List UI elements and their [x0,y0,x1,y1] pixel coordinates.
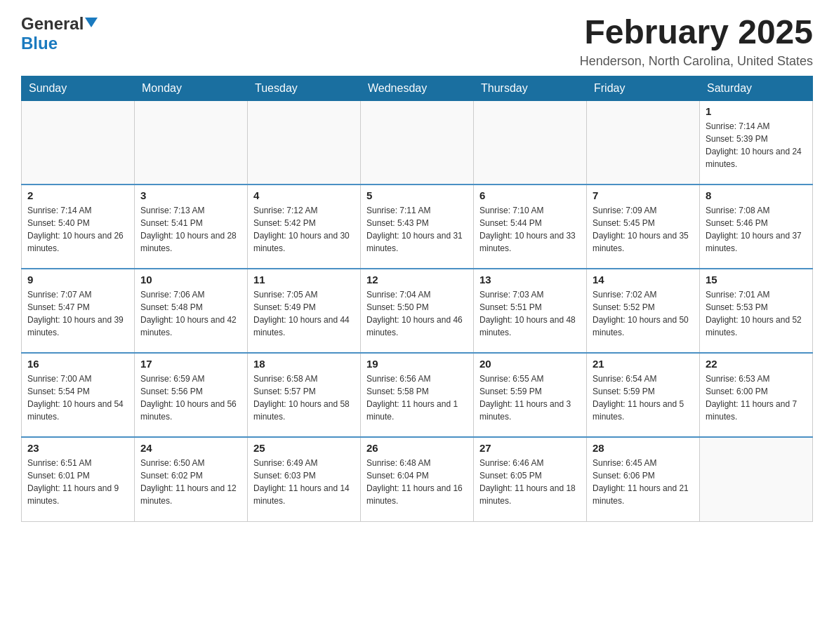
day-info: Sunrise: 7:12 AM Sunset: 5:42 PM Dayligh… [253,204,355,255]
calendar-cell [248,100,361,185]
day-info: Sunrise: 7:03 AM Sunset: 5:51 PM Dayligh… [479,288,581,339]
day-number: 10 [140,274,241,286]
calendar-cell: 1Sunrise: 7:14 AM Sunset: 5:39 PM Daylig… [700,100,813,185]
day-info: Sunrise: 7:04 AM Sunset: 5:50 PM Dayligh… [366,288,468,339]
calendar-cell: 19Sunrise: 6:56 AM Sunset: 5:58 PM Dayli… [361,353,474,437]
calendar-cell: 9Sunrise: 7:07 AM Sunset: 5:47 PM Daylig… [22,269,135,353]
calendar-cell [700,437,813,521]
day-number: 12 [366,274,468,286]
calendar-cell [22,100,135,185]
day-of-week-tuesday: Tuesday [248,76,361,100]
calendar-cell: 8Sunrise: 7:08 AM Sunset: 5:46 PM Daylig… [700,185,813,269]
calendar-cell: 17Sunrise: 6:59 AM Sunset: 5:56 PM Dayli… [135,353,248,437]
day-info: Sunrise: 6:46 AM Sunset: 6:05 PM Dayligh… [479,457,581,507]
calendar-cell: 22Sunrise: 6:53 AM Sunset: 6:00 PM Dayli… [700,353,813,437]
day-number: 11 [253,274,355,286]
day-number: 4 [253,189,355,201]
day-number: 25 [253,442,355,454]
day-number: 17 [140,358,241,370]
calendar-cell: 3Sunrise: 7:13 AM Sunset: 5:41 PM Daylig… [135,185,248,269]
day-of-week-wednesday: Wednesday [361,76,474,100]
day-number: 6 [479,189,581,201]
calendar-header-row: SundayMondayTuesdayWednesdayThursdayFrid… [22,76,813,100]
calendar-cell [135,100,248,185]
day-number: 7 [593,189,694,201]
calendar-cell: 27Sunrise: 6:46 AM Sunset: 6:05 PM Dayli… [474,437,587,521]
day-info: Sunrise: 7:01 AM Sunset: 5:53 PM Dayligh… [706,288,807,339]
day-number: 5 [366,189,468,201]
day-of-week-friday: Friday [587,76,700,100]
day-info: Sunrise: 7:14 AM Sunset: 5:39 PM Dayligh… [706,120,807,170]
calendar-week-row: 2Sunrise: 7:14 AM Sunset: 5:40 PM Daylig… [22,185,813,269]
calendar-cell: 13Sunrise: 7:03 AM Sunset: 5:51 PM Dayli… [474,269,587,353]
day-number: 26 [366,442,468,454]
day-info: Sunrise: 7:09 AM Sunset: 5:45 PM Dayligh… [593,204,694,255]
calendar-cell: 18Sunrise: 6:58 AM Sunset: 5:57 PM Dayli… [248,353,361,437]
day-number: 24 [140,442,241,454]
day-number: 15 [706,274,807,286]
calendar-cell: 23Sunrise: 6:51 AM Sunset: 6:01 PM Dayli… [22,437,135,521]
day-info: Sunrise: 6:58 AM Sunset: 5:57 PM Dayligh… [253,373,355,423]
day-of-week-saturday: Saturday [700,76,813,100]
calendar-cell: 4Sunrise: 7:12 AM Sunset: 5:42 PM Daylig… [248,185,361,269]
calendar-cell: 11Sunrise: 7:05 AM Sunset: 5:49 PM Dayli… [248,269,361,353]
day-info: Sunrise: 7:02 AM Sunset: 5:52 PM Dayligh… [593,288,694,339]
day-info: Sunrise: 6:54 AM Sunset: 5:59 PM Dayligh… [593,373,694,423]
day-number: 22 [706,358,807,370]
day-of-week-monday: Monday [135,76,248,100]
day-of-week-sunday: Sunday [22,76,135,100]
day-info: Sunrise: 7:08 AM Sunset: 5:46 PM Dayligh… [706,204,807,255]
calendar-week-row: 23Sunrise: 6:51 AM Sunset: 6:01 PM Dayli… [22,437,813,521]
day-info: Sunrise: 6:50 AM Sunset: 6:02 PM Dayligh… [140,457,241,507]
day-number: 8 [706,189,807,201]
calendar-cell: 5Sunrise: 7:11 AM Sunset: 5:43 PM Daylig… [361,185,474,269]
day-number: 28 [593,442,694,454]
day-info: Sunrise: 6:51 AM Sunset: 6:01 PM Dayligh… [27,457,128,507]
day-number: 27 [479,442,581,454]
logo: General Blue [21,14,98,53]
calendar-cell [361,100,474,185]
day-number: 21 [593,358,694,370]
day-number: 18 [253,358,355,370]
day-number: 3 [140,189,241,201]
day-number: 2 [27,189,128,201]
calendar-cell: 20Sunrise: 6:55 AM Sunset: 5:59 PM Dayli… [474,353,587,437]
day-number: 1 [706,105,807,117]
calendar-cell: 24Sunrise: 6:50 AM Sunset: 6:02 PM Dayli… [135,437,248,521]
calendar-cell: 26Sunrise: 6:48 AM Sunset: 6:04 PM Dayli… [361,437,474,521]
calendar-cell: 10Sunrise: 7:06 AM Sunset: 5:48 PM Dayli… [135,269,248,353]
day-of-week-thursday: Thursday [474,76,587,100]
day-info: Sunrise: 7:13 AM Sunset: 5:41 PM Dayligh… [140,204,241,255]
calendar-cell: 12Sunrise: 7:04 AM Sunset: 5:50 PM Dayli… [361,269,474,353]
day-number: 9 [27,274,128,286]
day-number: 14 [593,274,694,286]
day-info: Sunrise: 7:00 AM Sunset: 5:54 PM Dayligh… [27,373,128,423]
calendar-cell: 6Sunrise: 7:10 AM Sunset: 5:44 PM Daylig… [474,185,587,269]
day-info: Sunrise: 7:10 AM Sunset: 5:44 PM Dayligh… [479,204,581,255]
calendar-cell [587,100,700,185]
day-info: Sunrise: 6:53 AM Sunset: 6:00 PM Dayligh… [706,373,807,423]
logo-general-text: General [21,14,84,34]
page-header: General Blue February 2025 Henderson, No… [21,14,813,69]
day-info: Sunrise: 6:45 AM Sunset: 6:06 PM Dayligh… [593,457,694,507]
calendar-cell: 25Sunrise: 6:49 AM Sunset: 6:03 PM Dayli… [248,437,361,521]
calendar-cell: 21Sunrise: 6:54 AM Sunset: 5:59 PM Dayli… [587,353,700,437]
calendar-cell: 28Sunrise: 6:45 AM Sunset: 6:06 PM Dayli… [587,437,700,521]
logo-triangle-icon [85,18,98,27]
calendar-cell: 15Sunrise: 7:01 AM Sunset: 5:53 PM Dayli… [700,269,813,353]
calendar-cell: 16Sunrise: 7:00 AM Sunset: 5:54 PM Dayli… [22,353,135,437]
calendar-cell: 7Sunrise: 7:09 AM Sunset: 5:45 PM Daylig… [587,185,700,269]
calendar-week-row: 9Sunrise: 7:07 AM Sunset: 5:47 PM Daylig… [22,269,813,353]
day-number: 23 [27,442,128,454]
day-info: Sunrise: 6:59 AM Sunset: 5:56 PM Dayligh… [140,373,241,423]
calendar-table: SundayMondayTuesdayWednesdayThursdayFrid… [21,76,813,522]
calendar-week-row: 16Sunrise: 7:00 AM Sunset: 5:54 PM Dayli… [22,353,813,437]
calendar-cell: 2Sunrise: 7:14 AM Sunset: 5:40 PM Daylig… [22,185,135,269]
day-info: Sunrise: 7:05 AM Sunset: 5:49 PM Dayligh… [253,288,355,339]
day-info: Sunrise: 7:14 AM Sunset: 5:40 PM Dayligh… [27,204,128,255]
day-number: 19 [366,358,468,370]
title-area: February 2025 Henderson, North Carolina,… [580,14,813,69]
logo-blue-text: Blue [21,34,58,53]
calendar-title: February 2025 [580,14,813,51]
day-number: 16 [27,358,128,370]
